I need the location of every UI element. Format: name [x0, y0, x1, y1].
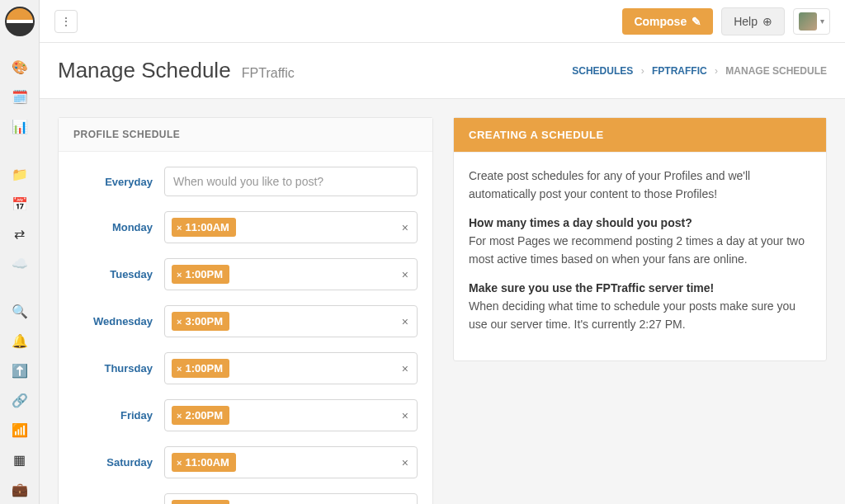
compose-button[interactable]: Compose ✎	[622, 8, 713, 35]
bell-icon[interactable]: 🔔	[0, 326, 39, 356]
help-q1: How many times a day should you post? Fo…	[469, 214, 811, 268]
sunday-time-field[interactable]: × 3:00PM ×	[164, 493, 418, 504]
profile-schedule-panel: PROFILE SCHEDULE Everyday Monday × 11:	[58, 117, 433, 504]
everyday-time-input[interactable]	[164, 167, 418, 196]
breadcrumb-profile[interactable]: FPTRAFFIC	[652, 65, 707, 77]
upload-icon[interactable]: ⬆️	[0, 356, 39, 385]
topbar: ⋮ Compose ✎ Help ⊕ ▾	[40, 0, 845, 43]
time-tag[interactable]: × 3:00PM	[172, 312, 229, 331]
time-tag-label: 1:00PM	[185, 268, 223, 280]
label-monday: Monday	[73, 221, 164, 233]
label-everyday: Everyday	[73, 176, 164, 188]
remove-tag-icon[interactable]: ×	[177, 270, 182, 280]
row-sunday: Sunday × 3:00PM ×	[73, 493, 418, 504]
schedule-icon[interactable]: 🗓️	[0, 82, 39, 112]
rss-icon[interactable]: 📶	[0, 415, 39, 445]
row-thursday: Thursday × 1:00PM ×	[73, 352, 418, 384]
remove-tag-icon[interactable]: ×	[177, 411, 182, 421]
help-label: Help	[734, 15, 758, 28]
page-title-text: Manage Schedule	[58, 58, 231, 82]
profile-schedule-title: PROFILE SCHEDULE	[59, 118, 432, 152]
friday-time-field[interactable]: × 2:00PM ×	[164, 399, 418, 431]
folder-icon[interactable]: 📁	[0, 160, 39, 190]
more-icon[interactable]: ⋮	[54, 10, 78, 33]
row-monday: Monday × 11:00AM ×	[73, 211, 418, 243]
wednesday-time-field[interactable]: × 3:00PM ×	[164, 305, 418, 337]
remove-tag-icon[interactable]: ×	[177, 364, 182, 374]
label-friday: Friday	[73, 409, 164, 422]
row-saturday: Saturday × 11:00AM ×	[73, 446, 418, 478]
time-tag-label: 11:00AM	[185, 221, 229, 233]
row-wednesday: Wednesday × 3:00PM ×	[73, 305, 418, 337]
help-intro: Create post schedules for any of your Pr…	[469, 167, 811, 203]
breadcrumb-current: MANAGE SCHEDULE	[725, 65, 827, 77]
help-globe-icon: ⊕	[762, 15, 772, 28]
grid-icon[interactable]: ▦	[0, 445, 39, 474]
cloud-icon[interactable]: ☁️	[0, 249, 39, 279]
help-q2-heading: Make sure you use the FPTraffic server t…	[469, 281, 714, 294]
help-q1-body: For most Pages we recommend posting 2 ti…	[469, 234, 805, 266]
monday-time-field[interactable]: × 11:00AM ×	[164, 211, 418, 243]
avatar	[799, 12, 817, 31]
row-tuesday: Tuesday × 1:00PM ×	[73, 258, 418, 290]
breadcrumb-schedules[interactable]: SCHEDULES	[572, 65, 633, 77]
page-subtitle: FPTraffic	[242, 66, 295, 80]
page-title: Manage Schedule FPTraffic	[58, 58, 295, 83]
link-icon[interactable]: 🔗	[0, 385, 39, 415]
time-tag[interactable]: × 11:00AM	[172, 453, 236, 472]
remove-tag-icon[interactable]: ×	[177, 458, 182, 468]
dashboard-icon[interactable]: 🎨	[0, 53, 39, 82]
breadcrumb: SCHEDULES › FPTRAFFIC › MANAGE SCHEDULE	[572, 65, 827, 77]
compose-edit-icon: ✎	[692, 15, 701, 28]
saturday-time-field[interactable]: × 11:00AM ×	[164, 446, 418, 478]
time-tag-label: 1:00PM	[185, 362, 223, 374]
time-tag-label: 11:00AM	[185, 456, 229, 469]
help-q2-body: When deciding what time to schedule your…	[469, 299, 795, 331]
transfer-icon[interactable]: ⇄	[0, 219, 39, 249]
row-everyday: Everyday	[73, 167, 418, 196]
remove-tag-icon[interactable]: ×	[177, 223, 182, 233]
time-tag[interactable]: × 1:00PM	[172, 359, 229, 378]
page-header: Manage Schedule FPTraffic SCHEDULES › FP…	[40, 43, 845, 99]
chevron-down-icon: ▾	[820, 16, 824, 26]
chevron-right-icon: ›	[641, 65, 644, 77]
time-tag[interactable]: × 1:00PM	[172, 265, 229, 284]
clear-field-icon[interactable]: ×	[402, 362, 408, 375]
remove-tag-icon[interactable]: ×	[177, 317, 182, 327]
user-menu[interactable]: ▾	[793, 8, 830, 35]
clear-field-icon[interactable]: ×	[402, 315, 408, 328]
chevron-right-icon: ›	[715, 65, 718, 77]
label-thursday: Thursday	[73, 362, 164, 374]
time-tag[interactable]: × 11:00AM	[172, 218, 236, 237]
label-saturday: Saturday	[73, 456, 164, 469]
row-friday: Friday × 2:00PM ×	[73, 399, 418, 431]
sidebar: 🎨 🗓️ 📊 📁 📅 ⇄ ☁️ 🔍 🔔 ⬆️ 🔗 📶 ▦ 💼	[0, 0, 40, 504]
clear-field-icon[interactable]: ×	[402, 221, 408, 234]
label-tuesday: Tuesday	[73, 268, 164, 280]
stats-icon[interactable]: 📊	[0, 112, 39, 142]
help-button[interactable]: Help ⊕	[721, 7, 785, 35]
brand-logo[interactable]	[5, 7, 35, 36]
time-tag-label: 3:00PM	[185, 315, 223, 327]
help-q1-heading: How many times a day should you post?	[469, 216, 692, 229]
calendar-icon[interactable]: 📅	[0, 190, 39, 219]
clear-field-icon[interactable]: ×	[402, 409, 408, 422]
time-tag[interactable]: × 3:00PM	[172, 500, 229, 504]
time-tag[interactable]: × 2:00PM	[172, 406, 229, 425]
thursday-time-field[interactable]: × 1:00PM ×	[164, 352, 418, 384]
clear-field-icon[interactable]: ×	[402, 456, 408, 469]
time-tag-label: 2:00PM	[185, 409, 223, 422]
label-wednesday: Wednesday	[73, 315, 164, 327]
compose-label: Compose	[634, 15, 687, 28]
help-panel-title: CREATING A SCHEDULE	[454, 118, 826, 153]
help-q2: Make sure you use the FPTraffic server t…	[469, 280, 811, 333]
tuesday-time-field[interactable]: × 1:00PM ×	[164, 258, 418, 290]
clear-field-icon[interactable]: ×	[402, 268, 408, 281]
help-panel: CREATING A SCHEDULE Create post schedule…	[453, 117, 827, 361]
briefcase-icon[interactable]: 💼	[0, 474, 39, 504]
search-icon[interactable]: 🔍	[0, 296, 39, 326]
